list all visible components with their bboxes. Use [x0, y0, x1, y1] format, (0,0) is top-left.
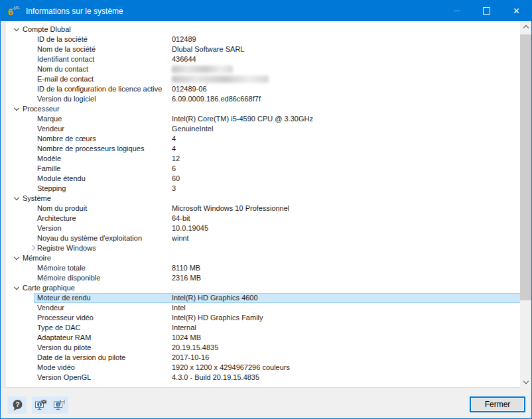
vertical-scrollbar[interactable]: [520, 21, 531, 388]
item-value: 10.0.19045: [172, 223, 208, 233]
item-label: Nombre de processeurs logiques: [37, 144, 144, 154]
tree-item-row[interactable]: Version du pilote20.19.15.4835: [6, 343, 531, 353]
item-value: 4: [172, 144, 176, 154]
item-label: ID de la société: [37, 34, 88, 44]
item-value: Intel: [172, 303, 186, 313]
tree-item-row[interactable]: ID de la société012489: [6, 34, 531, 44]
item-value: Dlubal Software SARL: [172, 44, 244, 54]
tree-item-row[interactable]: Version OpenGL4.3.0 - Build 20.19.15.483…: [6, 373, 531, 383]
tree-item-row[interactable]: Processeur vidéoIntel(R) HD Graphics Fam…: [6, 313, 531, 323]
maximize-button[interactable]: [472, 1, 501, 21]
svg-text:6: 6: [8, 7, 13, 17]
category-label: Carte graphique: [23, 283, 75, 293]
scroll-down-button[interactable]: [520, 377, 531, 388]
item-label: Adaptateur RAM: [37, 333, 91, 343]
close-button[interactable]: ✕: [501, 1, 531, 21]
tree-item-row[interactable]: E-mail de contact: [6, 74, 531, 84]
tree-item-row[interactable]: Version du logiciel6.09.0009.186.ed86c66…: [6, 94, 531, 104]
tree-item-row[interactable]: Nombre de processeurs logiques4: [6, 144, 531, 154]
tree-item-row[interactable]: Nom de la sociétéDlubal Software SARL: [6, 44, 531, 54]
tree-item-row[interactable]: Moteur de renduIntel(R) HD Graphics 4600: [6, 293, 531, 303]
rfem6-logo-icon: 6: [7, 5, 20, 18]
chevron-down-icon[interactable]: [14, 255, 19, 260]
titlebar[interactable]: 6 Informations sur le système ✕: [1, 1, 531, 21]
tree-item-row[interactable]: Identifiant contact436644: [6, 54, 531, 64]
item-value: 6.09.0009.186.ed86c668f7f: [172, 94, 261, 104]
tree-item-row[interactable]: Date de la version du pilote2017-10-16: [6, 353, 531, 363]
svg-text:?: ?: [15, 400, 19, 408]
minimize-button[interactable]: [442, 1, 472, 21]
tree-item-row[interactable]: Noyau du système d'exploitationwinnt: [6, 233, 531, 243]
item-label: Vendeur: [37, 303, 64, 313]
send-system-info-button[interactable]: [32, 396, 50, 414]
system-info-tree[interactable]: Compte DlubalID de la société012489Nom d…: [6, 21, 531, 388]
tree-item-row[interactable]: Type de DACInternal: [6, 323, 531, 333]
tree-item-row[interactable]: Mémoire disponible2316 MB: [6, 273, 531, 283]
tree-item-row[interactable]: VendeurGenuineIntel: [6, 124, 531, 134]
item-value: Intel(R) HD Graphics Family: [172, 313, 263, 323]
item-label: Nom du produit: [37, 204, 87, 213]
help-button[interactable]: ?: [8, 396, 27, 414]
item-label: Modèle: [37, 154, 61, 164]
system-info-dialog: 6 Informations sur le système ✕ Compte D…: [0, 0, 532, 419]
item-label: Noyau du système d'exploitation: [37, 233, 142, 243]
tree-category-row[interactable]: Mémoire: [6, 253, 531, 263]
tree-item-row[interactable]: VendeurIntel: [6, 303, 531, 313]
chevron-down-icon: [523, 379, 528, 384]
minimize-icon: [454, 11, 460, 11]
tree-item-row[interactable]: Nom du contact: [6, 64, 531, 74]
tree-category-row[interactable]: Système: [6, 194, 531, 204]
item-label: Module étendu: [37, 174, 86, 184]
tree-item-row[interactable]: Registre Windows: [6, 243, 531, 253]
tree-item-row[interactable]: ID de la configuration de licence active…: [6, 84, 531, 94]
maximize-icon: [483, 7, 490, 15]
tree-item-row[interactable]: Module étendu60: [6, 174, 531, 184]
chevron-down-icon[interactable]: [14, 26, 19, 31]
item-label: Famille: [37, 164, 60, 174]
item-label: Registre Windows: [37, 243, 96, 253]
category-label: Mémoire: [23, 253, 51, 263]
item-value: 12: [172, 154, 180, 164]
tree-item-row[interactable]: Modèle12: [6, 154, 531, 164]
tree-item-row[interactable]: Nombre de cœurs4: [6, 134, 531, 144]
item-value: 436644: [172, 54, 196, 64]
tree-item-row[interactable]: Adaptateur RAM1024 MB: [6, 333, 531, 343]
tree-item-row[interactable]: Version10.0.19045: [6, 223, 531, 233]
close-dialog-button[interactable]: Fermer: [470, 396, 525, 412]
redacted-value: [172, 76, 269, 83]
selection-highlight: [34, 293, 527, 303]
close-icon: ✕: [513, 7, 520, 15]
chevron-down-icon[interactable]: [14, 105, 19, 111]
tree-item-row[interactable]: MarqueIntel(R) Core(TM) i5-4590 CPU @ 3.…: [6, 114, 531, 124]
item-value: 012489: [172, 34, 196, 44]
item-label: Type de DAC: [37, 323, 80, 333]
tree-item-row[interactable]: Mode vidéo1920 x 1200 x 4294967296 coule…: [6, 363, 531, 373]
tree-item-row[interactable]: Nom du produitMicrosoft Windows 10 Profe…: [6, 204, 531, 213]
tree-category-row[interactable]: Processeur: [6, 104, 531, 114]
scrollbar-thumb[interactable]: [520, 34, 531, 300]
tree-item-row[interactable]: Architecture64-bit: [6, 213, 531, 223]
category-label: Compte Dlubal: [23, 25, 71, 34]
tree-item-row[interactable]: Famille6: [6, 164, 531, 174]
chevron-right-icon[interactable]: [30, 245, 35, 251]
item-value: Internal: [172, 323, 196, 333]
item-label: Version du pilote: [37, 343, 91, 353]
item-value: 1920 x 1200 x 4294967296 couleurs: [172, 363, 290, 373]
help-balloon-icon: ?: [11, 399, 24, 412]
item-value: 64-bit: [172, 213, 190, 223]
tree-category-row[interactable]: Carte graphique: [6, 283, 531, 293]
item-label: Mémoire totale: [37, 263, 86, 273]
save-system-info-button[interactable]: [50, 396, 68, 414]
scroll-up-button[interactable]: [520, 21, 531, 32]
tree-item-row[interactable]: Stepping3: [6, 184, 531, 194]
item-value: 6: [172, 164, 176, 174]
tree-category-row[interactable]: Compte Dlubal: [6, 25, 531, 34]
item-value: 4: [172, 134, 176, 144]
chevron-down-icon[interactable]: [14, 195, 19, 200]
item-label: Vendeur: [37, 124, 64, 134]
item-label: Nombre de cœurs: [37, 134, 96, 144]
item-label: Marque: [37, 114, 62, 124]
system-info-mail-icon: [34, 399, 47, 412]
tree-item-row[interactable]: Mémoire totale8110 MB: [6, 263, 531, 273]
chevron-down-icon[interactable]: [14, 284, 19, 290]
